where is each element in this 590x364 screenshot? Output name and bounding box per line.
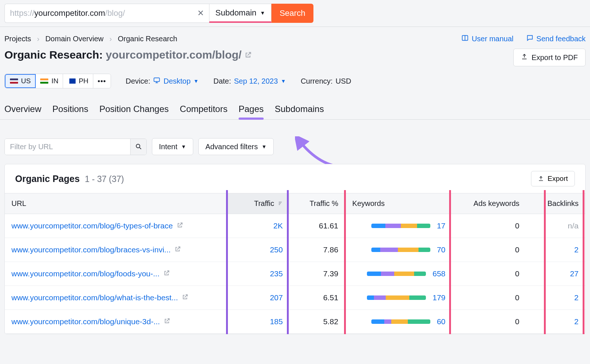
external-link-icon[interactable] [177, 222, 183, 230]
clear-icon[interactable]: ✕ [197, 8, 204, 18]
external-link-icon[interactable] [244, 51, 252, 60]
page-url-link[interactable]: www.yourcompetitor.com/blog/6-types-of-b… [11, 221, 173, 230]
col-traffic-label: Traffic [254, 199, 274, 207]
svg-point-5 [136, 144, 140, 148]
tab-overview[interactable]: Overview [4, 101, 41, 119]
breadcrumb-item[interactable]: Projects [4, 35, 31, 43]
chevron-right-icon: › [37, 35, 39, 43]
search-button[interactable]: Search [271, 4, 313, 23]
tab-position-changes[interactable]: Position Changes [99, 101, 169, 119]
ads-keywords-value: 0 [452, 310, 526, 334]
page-title: Organic Research: yourcompetitor.com/blo… [4, 49, 252, 61]
export-button[interactable]: Export [531, 171, 575, 186]
currency-filter: Currency: USD [301, 77, 351, 85]
country-label: IN [51, 77, 58, 85]
filters-row: US IN PH ••• Device: Desktop ▼ D [4, 74, 586, 101]
page-url-link[interactable]: www.yourcompetitor.com/blog/braces-vs-in… [11, 245, 171, 254]
advanced-filters-dropdown[interactable]: Advanced filters ▼ [198, 138, 274, 155]
scope-dropdown[interactable]: Subdomain ▼ [209, 4, 271, 23]
traffic-pct-value: 7.86 [289, 238, 345, 262]
chevron-down-icon: ▼ [261, 144, 267, 150]
external-link-icon[interactable] [174, 246, 181, 254]
sort-desc-icon [278, 201, 283, 207]
col-traffic-pct[interactable]: Traffic % [289, 193, 345, 214]
traffic-pct-value: 7.39 [289, 262, 345, 286]
page-url-link[interactable]: www.yourcompetitor.com/blog/foods-you-..… [11, 269, 160, 278]
country-group: US IN PH ••• [4, 74, 111, 88]
breadcrumb-item[interactable]: Domain Overview [45, 35, 104, 43]
date-label: Date: [214, 77, 231, 85]
traffic-value[interactable]: 207 [227, 286, 289, 310]
filter-url-input[interactable] [5, 139, 130, 155]
device-dropdown[interactable]: Desktop ▼ [153, 77, 198, 86]
col-keywords[interactable]: Keywords [345, 193, 452, 214]
user-manual-label: User manual [472, 35, 513, 43]
col-traffic[interactable]: Traffic [227, 193, 289, 214]
keywords-value[interactable]: 70 [437, 245, 445, 254]
upload-icon [521, 53, 528, 62]
keywords-value[interactable]: 60 [437, 317, 445, 326]
external-link-icon[interactable] [164, 318, 170, 326]
tab-pages[interactable]: Pages [239, 101, 264, 119]
chevron-down-icon: ▼ [194, 78, 199, 84]
backlinks-value[interactable]: 27 [526, 262, 585, 286]
country-us[interactable]: US [5, 74, 36, 88]
backlinks-value[interactable]: 2 [526, 286, 585, 310]
card-title: Organic Pages [15, 174, 80, 184]
user-manual-link[interactable]: User manual [461, 34, 513, 43]
search-icon [135, 143, 142, 150]
chevron-down-icon: ▼ [260, 10, 265, 16]
device-value: Desktop [163, 77, 190, 85]
traffic-value[interactable]: 2K [227, 214, 289, 238]
external-link-icon[interactable] [182, 294, 188, 302]
keywords-value[interactable]: 17 [437, 221, 445, 230]
tab-subdomains[interactable]: Subdomains [275, 101, 324, 119]
send-feedback-label: Send feedback [537, 35, 586, 43]
keywords-value[interactable]: 658 [433, 269, 445, 278]
page-url-link[interactable]: www.yourcompetitor.com/blog/what-is-the-… [11, 293, 178, 302]
url-prefix: https:// [10, 8, 34, 18]
send-feedback-link[interactable]: Send feedback [526, 34, 586, 43]
device-label: Device: [126, 77, 150, 85]
col-backlinks[interactable]: Backlinks [526, 193, 585, 214]
date-value: Sep 12, 2023 [234, 77, 278, 85]
tab-competitors[interactable]: Competitors [180, 101, 228, 119]
export-pdf-label: Export to PDF [531, 53, 578, 62]
intent-label: Intent [159, 143, 177, 151]
url-suffix: /blog/ [105, 8, 125, 18]
traffic-value[interactable]: 235 [227, 262, 289, 286]
page-title-domain: yourcompetitor.com/blog/ [106, 49, 242, 61]
keywords-value[interactable]: 179 [433, 293, 445, 302]
country-ph[interactable]: PH [63, 74, 93, 88]
traffic-pct-value: 5.82 [289, 310, 345, 334]
filter-input-wrap [4, 139, 147, 155]
breadcrumb: Projects › Domain Overview › Organic Res… [4, 35, 177, 43]
date-dropdown[interactable]: Sep 12, 2023 ▼ [234, 77, 286, 85]
crumbs-row: Projects › Domain Overview › Organic Res… [4, 34, 586, 49]
country-in[interactable]: IN [36, 74, 63, 88]
flag-us-icon [10, 78, 18, 84]
header-links: User manual Send feedback [461, 34, 586, 43]
table-toolbar: Intent ▼ Advanced filters ▼ [0, 120, 590, 164]
table-row: www.yourcompetitor.com/blog/unique-3d-..… [5, 310, 585, 334]
top-search-bar: https://yourcompetitor.com/blog/ ✕ Subdo… [0, 0, 590, 27]
col-url[interactable]: URL [5, 193, 227, 214]
page-url-link[interactable]: www.yourcompetitor.com/blog/unique-3d-..… [11, 317, 160, 326]
device-filter: Device: Desktop ▼ [126, 77, 199, 86]
filter-search-button[interactable] [130, 139, 146, 155]
intent-dropdown[interactable]: Intent ▼ [152, 138, 193, 155]
chevron-right-icon: › [110, 35, 112, 43]
traffic-value[interactable]: 185 [227, 310, 289, 334]
backlinks-value[interactable]: 2 [526, 238, 585, 262]
traffic-value[interactable]: 250 [227, 238, 289, 262]
backlinks-value[interactable]: 2 [526, 310, 585, 334]
url-input-wrap[interactable]: https://yourcompetitor.com/blog/ ✕ [4, 4, 209, 23]
export-pdf-button[interactable]: Export to PDF [513, 49, 586, 66]
country-more[interactable]: ••• [93, 74, 111, 88]
col-ads-keywords[interactable]: Ads keywords [452, 193, 526, 214]
breadcrumb-current: Organic Research [118, 35, 177, 43]
tab-positions[interactable]: Positions [52, 101, 88, 119]
date-filter: Date: Sep 12, 2023 ▼ [214, 77, 286, 85]
external-link-icon[interactable] [163, 270, 170, 278]
card-header: Organic Pages 1 - 37 (37) Export [5, 164, 585, 193]
